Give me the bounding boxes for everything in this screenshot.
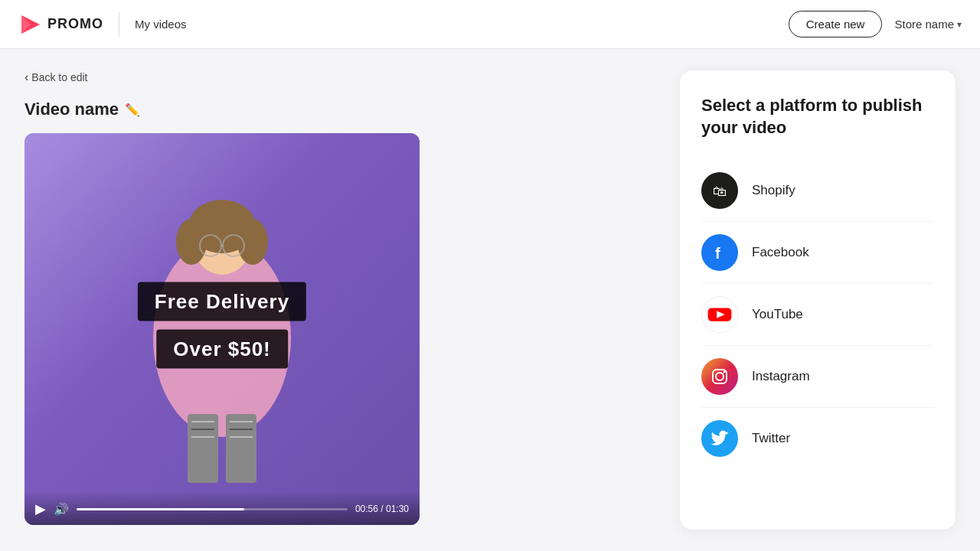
logo-text: PROMO [47, 16, 103, 32]
video-title-row: Video name ✏️ [24, 99, 655, 119]
youtube-icon [701, 296, 738, 333]
store-name-dropdown[interactable]: Store name ▾ [894, 18, 962, 31]
twitter-label: Twitter [752, 431, 790, 446]
youtube-label: YouTube [752, 307, 803, 322]
video-controls: ▶ 🔊 00:56 / 01:30 [24, 491, 420, 525]
play-button[interactable]: ▶ [35, 500, 46, 517]
svg-text:f: f [715, 245, 720, 262]
platform-item-facebook[interactable]: f Facebook [701, 222, 934, 284]
volume-button[interactable]: 🔊 [54, 502, 69, 517]
progress-fill [77, 508, 244, 510]
logo[interactable]: PROMO [18, 12, 103, 37]
platform-item-instagram[interactable]: Instagram [701, 346, 934, 408]
platform-item-twitter[interactable]: Twitter [701, 408, 934, 469]
header-divider [119, 12, 119, 37]
header-actions: Create new Store name ▾ [789, 11, 962, 37]
panel-title: Select a platform to publish your video [701, 95, 934, 139]
back-to-edit-link[interactable]: ‹ Back to edit [24, 70, 655, 84]
svg-point-6 [237, 219, 268, 265]
time-display: 00:56 / 01:30 [355, 504, 409, 514]
svg-rect-11 [226, 414, 256, 483]
instagram-label: Instagram [752, 369, 810, 384]
video-overlay-text-1: Free Delivery [138, 282, 306, 321]
store-name-label: Store name [894, 18, 954, 31]
platform-item-shopify[interactable]: 🛍 Shopify [701, 160, 934, 222]
facebook-label: Facebook [752, 245, 809, 260]
back-link-label: Back to edit [31, 71, 87, 83]
publish-panel: Select a platform to publish your video … [680, 70, 956, 530]
svg-point-25 [724, 371, 726, 373]
chevron-down-icon: ▾ [957, 19, 962, 30]
main-content: ‹ Back to edit Video name ✏️ [0, 49, 980, 551]
video-player: Free Delivery Over $50! ▶ 🔊 00:56 / 01:3… [24, 133, 420, 525]
video-overlay-text-2: Over $50! [156, 329, 288, 368]
svg-point-5 [176, 219, 207, 265]
platform-item-youtube[interactable]: YouTube [701, 284, 934, 346]
back-arrow-icon: ‹ [24, 70, 28, 84]
shopify-label: Shopify [752, 183, 795, 198]
edit-title-icon[interactable]: ✏️ [125, 103, 140, 117]
content-area: ‹ Back to edit Video name ✏️ [0, 49, 680, 551]
my-videos-link[interactable]: My videos [135, 18, 187, 31]
create-new-button[interactable]: Create new [789, 11, 883, 37]
facebook-icon: f [701, 234, 738, 271]
svg-text:🛍: 🛍 [713, 184, 727, 199]
logo-icon [18, 12, 43, 37]
svg-rect-10 [188, 414, 218, 483]
instagram-icon [701, 358, 738, 395]
shopify-icon: 🛍 [701, 172, 738, 209]
twitter-icon [701, 420, 738, 457]
app-header: PROMO My videos Create new Store name ▾ [0, 0, 980, 49]
svg-point-24 [716, 373, 724, 380]
progress-bar[interactable] [77, 508, 348, 510]
video-title: Video name [24, 99, 119, 119]
platform-list: 🛍 Shopify f Facebook [701, 160, 934, 469]
